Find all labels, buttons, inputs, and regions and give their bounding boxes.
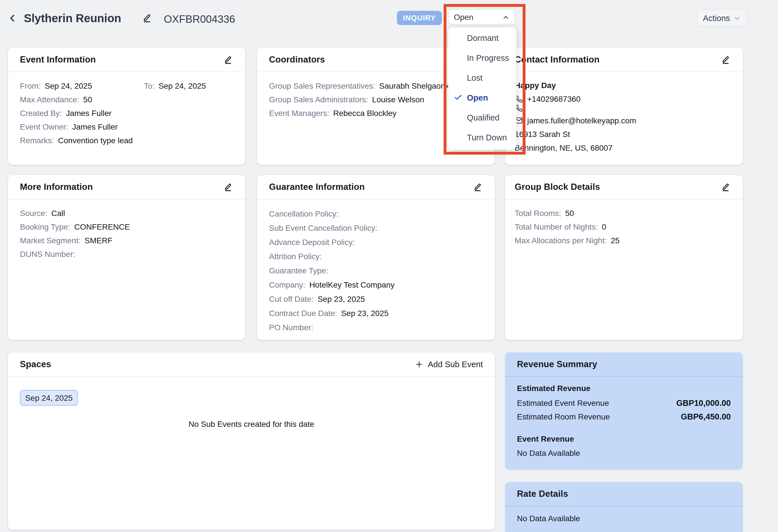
revenue-row: Estimated Room Revenue GBP6,450.00 <box>505 410 743 424</box>
field-value: Saurabh Shelgaonkar <box>379 81 456 90</box>
contact-information-card: Contact Information Happy Day +140296873… <box>505 48 743 165</box>
rate-details-card: Rate Details No Data Available <box>505 482 743 532</box>
menu-item-turn-down[interactable]: Turn Down <box>448 127 517 147</box>
date-tab-sep-24-2025[interactable]: Sep 24, 2025 <box>20 390 78 406</box>
field-value: Convention type lead <box>58 136 133 145</box>
edit-guarantee-information-button[interactable] <box>473 182 483 192</box>
field-value: 50 <box>565 208 574 218</box>
menu-item-label: In Progress <box>467 53 509 62</box>
menu-item-label: Open <box>467 93 488 102</box>
card-title: Revenue Summary <box>517 359 597 369</box>
menu-item-label: Qualified <box>467 113 499 122</box>
field-label: DUNS Number: <box>20 250 75 259</box>
card-title: Contact Information <box>515 55 600 65</box>
field-row: Attrition Policy: <box>257 249 495 263</box>
guarantee-information-card: Guarantee Information Cancellation Polic… <box>257 175 495 340</box>
page-title: Slytherin Reunion <box>24 12 121 25</box>
field-label: PO Number: <box>269 323 313 332</box>
field-label: Event Owner: <box>20 122 68 131</box>
field-row: Guarantee Type: <box>257 263 495 277</box>
pencil-icon <box>142 13 152 22</box>
field-row: PO Number: <box>257 320 495 334</box>
chevron-down-icon <box>733 14 741 22</box>
field-value: Sep 23, 2025 <box>341 308 389 318</box>
status-dropdown-value: Open <box>454 12 473 22</box>
edit-event-name-button[interactable] <box>142 12 152 23</box>
field-label: Max Attendance: <box>20 95 79 104</box>
status-dropdown-trigger[interactable]: Open <box>448 9 515 25</box>
field-label: Source: <box>20 208 48 218</box>
revenue-label: Estimated Event Revenue <box>517 398 609 408</box>
revenue-row: Estimated Event Revenue GBP10,000.00 <box>505 396 743 410</box>
field-label: Total Number of Nights: <box>515 222 598 231</box>
revenue-amount: GBP6,450.00 <box>681 412 731 421</box>
card-title: Spaces <box>20 359 51 369</box>
menu-item-label: Dormant <box>467 33 498 42</box>
edit-event-information-button[interactable] <box>223 55 233 65</box>
field-label: Max Allocations per Night: <box>515 236 607 245</box>
field-value: SMERF <box>84 236 112 245</box>
group-block-details-card: Group Block Details Total Rooms:50 Total… <box>505 175 743 340</box>
field-label: Created By: <box>20 108 62 118</box>
field-row: Total Rooms:50 <box>505 206 743 220</box>
revenue-label: Estimated Room Revenue <box>517 412 610 421</box>
field-label: Sub Event Cancellation Policy: <box>269 223 377 232</box>
actions-button-label: Actions <box>703 13 730 22</box>
card-title: Event Information <box>20 55 96 65</box>
no-sub-events-message: No Sub Events created for this date <box>8 420 495 429</box>
contact-email-row: james.fuller@hotelkeyapp.com <box>505 114 743 126</box>
more-information-card: More Information Source:Call Booking Typ… <box>8 175 245 340</box>
contact-name: Happy Day <box>505 78 743 92</box>
field-value: 25 <box>611 236 620 245</box>
card-title: Guarantee Information <box>269 182 365 192</box>
field-row: Total Number of Nights:0 <box>505 220 743 234</box>
field-label: Guarantee Type: <box>269 266 328 275</box>
back-button[interactable] <box>7 12 19 24</box>
field-value: James Fuller <box>66 108 111 118</box>
menu-item-open[interactable]: Open <box>448 88 517 107</box>
menu-item-qualified[interactable]: Qualified <box>448 107 517 127</box>
field-row: Sub Event Cancellation Policy: <box>257 220 495 235</box>
check-icon <box>454 93 462 102</box>
contact-address-line: Bennington, NE, US, 68007 <box>505 141 743 155</box>
contact-address-line: 16913 Sarah St <box>505 127 743 141</box>
field-label: Booking Type: <box>20 222 70 231</box>
no-data-message: No Data Available <box>505 512 743 525</box>
field-label: Market Segment: <box>20 236 80 245</box>
add-sub-event-button[interactable]: Add Sub Event <box>415 360 483 369</box>
revenue-section-heading: Estimated Revenue <box>505 381 743 395</box>
field-value: Louise Welson <box>372 95 424 104</box>
pencil-icon <box>224 55 233 64</box>
revenue-summary-card: Revenue Summary Estimated Revenue Estima… <box>505 352 743 469</box>
field-value: Rebecca Blockley <box>333 108 397 118</box>
menu-item-lost[interactable]: Lost <box>448 68 517 88</box>
edit-contact-information-button[interactable] <box>720 55 731 65</box>
card-title: Group Block Details <box>515 182 600 192</box>
revenue-section-heading: Event Revenue <box>505 432 743 446</box>
edit-more-information-button[interactable] <box>223 182 233 192</box>
field-row: Event Owner:James Fuller <box>8 120 245 134</box>
field-row: DUNS Number: <box>8 247 245 261</box>
field-label: Advance Deposit Policy: <box>269 237 355 246</box>
status-dropdown-menu: Dormant In Progress Lost Open Qualified … <box>448 27 517 150</box>
menu-item-in-progress[interactable]: In Progress <box>448 48 517 68</box>
field-row: Created By:James Fuller <box>8 106 245 120</box>
menu-item-label: Turn Down <box>467 133 507 142</box>
field-row: From: Sep 24, 2025 To: Sep 24, 2025 <box>8 79 245 93</box>
actions-button[interactable]: Actions <box>697 9 747 27</box>
menu-item-dormant[interactable]: Dormant <box>448 28 517 48</box>
card-title: More Information <box>20 182 93 192</box>
field-value: 0 <box>602 222 607 231</box>
contact-phone: +14029687360 <box>527 94 581 103</box>
field-row: Source:Call <box>8 206 245 220</box>
field-row: Contract Due Date:Sep 23, 2025 <box>257 306 495 320</box>
chevron-left-icon <box>7 12 19 24</box>
pencil-icon <box>473 182 482 191</box>
revenue-amount: GBP10,000.00 <box>676 398 731 408</box>
field-row: Market Segment:SMERF <box>8 234 245 247</box>
field-label: Contract Due Date: <box>269 308 337 318</box>
field-value: CONFERENCE <box>74 222 130 231</box>
pencil-icon <box>721 182 730 191</box>
field-value: Sep 23, 2025 <box>318 294 365 303</box>
edit-group-block-details-button[interactable] <box>720 182 731 192</box>
